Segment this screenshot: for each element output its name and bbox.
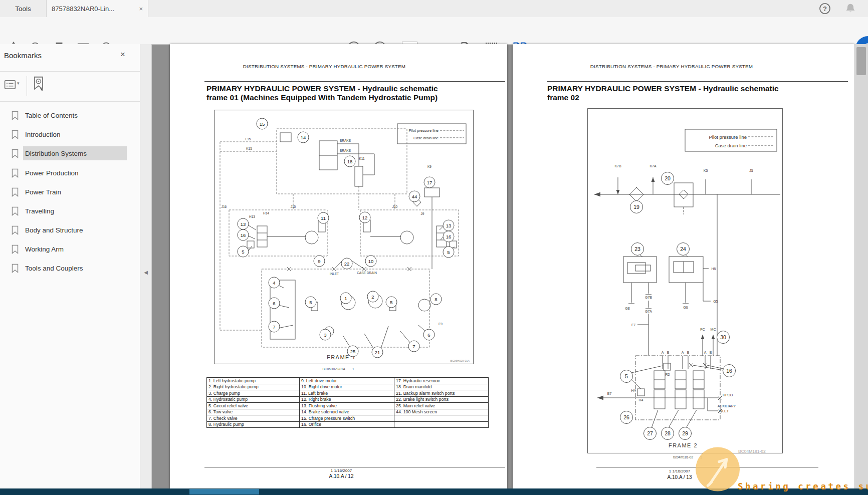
callout-20: 20 <box>662 172 674 185</box>
svg-text:6: 6 <box>273 301 275 306</box>
tab-close-icon[interactable]: × <box>139 5 143 13</box>
vertical-scrollbar[interactable] <box>854 44 868 488</box>
page-title: PRIMARY HYDRAULIC POWER SYSTEM - Hydraul… <box>547 84 843 102</box>
parts-cell: 2. Right hydrostatic pump <box>207 384 300 390</box>
callout-17: 17 <box>424 177 435 188</box>
callout-12: 12 <box>359 212 370 223</box>
collapse-panel-icon[interactable]: ◀ <box>141 266 151 279</box>
svg-text:5: 5 <box>242 249 244 255</box>
callout-44: 44 <box>409 191 420 202</box>
bookmarks-options-icon[interactable] <box>3 78 17 92</box>
bookmarks-close-icon[interactable]: × <box>117 49 129 61</box>
bookmark-item-introduction[interactable]: Introduction <box>0 125 140 144</box>
parts-cell <box>394 421 489 428</box>
svg-text:19: 19 <box>633 204 639 210</box>
footer-reference: A.10.A / 12 <box>301 473 381 479</box>
callout-5: 5 <box>238 246 249 257</box>
svg-text:7: 7 <box>412 344 415 349</box>
parts-cell: 25. Main relief valve <box>394 403 489 409</box>
port-label-h5: H5 <box>712 267 716 271</box>
svg-text:BC06H029-01A: BC06H029-01A <box>450 359 470 362</box>
port-label-r2: R2 <box>666 373 670 376</box>
svg-text:44: 44 <box>412 194 417 199</box>
parts-cell <box>394 415 489 422</box>
callout-21: 21 <box>372 347 383 358</box>
callout-5: 5 <box>386 297 397 308</box>
svg-text:?: ? <box>823 5 827 13</box>
bookmark-item-tools-and-couplers[interactable]: Tools and Couplers <box>0 259 140 278</box>
vertical-scrollbar-thumb[interactable] <box>856 47 866 75</box>
parts-cell: 6. Tow valve <box>207 409 300 415</box>
svg-text:14: 14 <box>301 135 306 140</box>
svg-text:30: 30 <box>720 334 726 340</box>
parts-cell: 12. Right brake <box>300 396 394 403</box>
parts-cell: 3. Charge pump <box>207 390 300 397</box>
bookmark-item-power-train[interactable]: Power Train <box>0 182 140 201</box>
svg-text:Case drain line: Case drain line <box>413 136 439 140</box>
svg-text:Pilot pressure line: Pilot pressure line <box>408 128 439 133</box>
port-label-k7b: K7B <box>614 164 621 168</box>
page-title: PRIMARY HYDRAULIC POWER SYSTEM - Hydraul… <box>206 84 502 102</box>
parts-cell: 7. Check valve <box>207 415 300 422</box>
tab-document[interactable]: 87578832NAR0-Lin... × <box>46 0 148 17</box>
callout-16: 16 <box>443 231 454 242</box>
running-header: DISTRIBUTION SYSTEMS - PRIMARY HYDRAULIC… <box>184 64 465 69</box>
callout-8: 8 <box>430 294 442 305</box>
notifications-bell-icon[interactable] <box>843 2 857 16</box>
callout-29: 29 <box>679 427 692 440</box>
svg-text:15: 15 <box>260 121 265 127</box>
parts-row: 6. Tow valve14. Brake solenoid valve44. … <box>207 409 489 415</box>
bookmarks-panel: Bookmarks × ▾ Table of Contents Introduc… <box>0 44 140 488</box>
bookmark-item-table-of-contents[interactable]: Table of Contents <box>0 106 140 125</box>
help-icon[interactable]: ? <box>818 2 832 16</box>
chevron-down-icon: ▾ <box>17 81 20 86</box>
port-label-g6: G6 <box>683 306 688 309</box>
callout-5: 5 <box>620 370 633 383</box>
svg-text:10: 10 <box>368 259 374 264</box>
svg-text:DHT: DHT <box>749 440 837 481</box>
svg-text:1: 1 <box>344 296 347 301</box>
callout-27: 27 <box>644 427 657 440</box>
svg-text:18: 18 <box>347 159 353 164</box>
svg-text:12: 12 <box>362 215 368 220</box>
port-label-e7: E7 <box>607 392 612 395</box>
watermark-slogan: Sharing creates success <box>738 481 868 491</box>
parts-cell: 4. Hydrostatic pump <box>207 396 300 403</box>
bookmark-item-travelling[interactable]: Travelling <box>0 201 140 220</box>
port-label-f7: F7 <box>631 323 635 327</box>
bookmark-icon <box>11 130 19 139</box>
port-label-h13: H13 <box>249 215 255 218</box>
bookmark-item-working-arm[interactable]: Working Arm <box>0 239 140 259</box>
bookmark-item-power-production[interactable]: Power Production <box>0 163 140 182</box>
document-page-left: DISTRIBUTION SYSTEMS - PRIMARY HYDRAULIC… <box>170 44 507 488</box>
svg-text:26: 26 <box>623 414 629 420</box>
callout-30: 30 <box>717 331 730 344</box>
frame1-schematic: Pilot pressure line Case drain line FRAM… <box>214 110 474 364</box>
callout-15: 15 <box>257 118 268 129</box>
callout-4: 4 <box>269 277 280 288</box>
tab-tools-label: Tools <box>15 5 31 13</box>
horizontal-scrollbar-thumb[interactable] <box>189 489 259 494</box>
panel-gutter: ◀ <box>140 44 152 488</box>
svg-text:16: 16 <box>726 368 732 374</box>
bookmark-item-distribution-systems[interactable]: Distribution Systems <box>0 144 140 163</box>
bookmark-item-body-and-structure[interactable]: Body and Structure <box>0 220 140 239</box>
tab-tools[interactable]: Tools <box>0 0 46 17</box>
frame2-schematic: Pilot pressure line Case drain line FRAM… <box>587 108 783 453</box>
port-label-k11: K11 <box>359 157 364 160</box>
svg-text:5: 5 <box>625 373 628 379</box>
svg-text:11: 11 <box>321 215 326 221</box>
callout-1: 1 <box>340 293 351 304</box>
find-current-bookmark-icon[interactable] <box>32 76 46 90</box>
port-label-auxiliary: AUXILIARY <box>718 404 736 408</box>
port-label-case-drain: CASE DRAIN <box>357 271 377 275</box>
svg-text:6: 6 <box>427 332 430 338</box>
parts-cell: 22. Brake light switch ports <box>394 396 489 403</box>
port-label-a: A <box>682 351 684 354</box>
port-label-j9: J9 <box>421 212 424 215</box>
bookmarks-toolbar: ▾ <box>0 72 140 101</box>
callout-13: 13 <box>443 220 454 231</box>
parts-cell: 13. Flushing valve <box>300 403 394 409</box>
callout-14: 14 <box>298 132 309 143</box>
divider <box>204 467 505 467</box>
